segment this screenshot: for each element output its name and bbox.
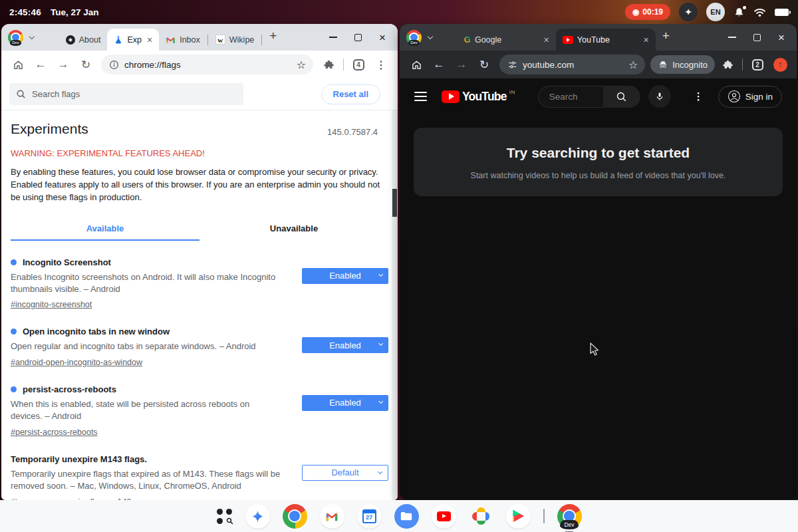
status-tray[interactable]: ◉ 00:19 ✦ EN [625,3,789,21]
tab-inbox[interactable]: Inbox [159,29,207,51]
gmail-app-icon[interactable] [320,504,344,529]
close-tab-icon[interactable]: × [147,35,152,45]
flag-row-open-incognito-tabs: Open incognito tabs in new window Open r… [11,327,388,367]
reset-all-button[interactable]: Reset all [321,84,380,104]
new-tab-button[interactable]: + [662,29,670,43]
forward-button[interactable]: → [53,55,73,74]
microphone-icon [654,91,665,102]
close-window-button[interactable]: × [778,32,785,43]
gmail-icon [325,511,338,521]
chrome-dev-app-icon[interactable]: Dev [557,504,582,529]
youtube-app-icon[interactable] [432,504,456,529]
info-icon[interactable] [109,60,119,70]
scrollbar-thumb[interactable] [392,189,397,217]
maximize-button[interactable] [753,34,761,41]
system-status-bar: 2:45:46 Tue, 27 Jan ◉ 00:19 ✦ EN [0,0,798,24]
flag-value-select[interactable]: Enabled [302,337,388,353]
search-button[interactable] [603,86,640,108]
close-tab-icon[interactable]: × [644,35,649,45]
home-button[interactable] [8,55,28,74]
gemini-app-icon[interactable] [245,504,270,529]
chrome-dev-profile-icon[interactable]: Dev [406,30,422,45]
update-chrome-icon[interactable]: ↑ [770,55,790,74]
flag-value-select[interactable]: Enabled [302,268,388,284]
enabled-dot-icon [11,329,17,334]
back-button[interactable]: ← [31,55,51,74]
voice-search-button[interactable] [648,85,671,108]
forward-button[interactable]: → [452,55,471,74]
maximize-button[interactable] [354,34,362,41]
new-tab-button[interactable]: + [269,29,277,43]
chevron-down-icon[interactable] [29,33,35,39]
tab-experiments[interactable]: Exp × [107,29,159,51]
launcher-button[interactable] [217,508,233,524]
minimize-button[interactable] [728,37,736,38]
tab-counter[interactable]: 2 [747,55,767,74]
scrollbar-track[interactable] [392,110,398,500]
search-input[interactable]: Search [538,86,603,108]
person-icon [728,90,741,103]
play-store-app-icon[interactable] [506,504,531,529]
tab-about[interactable]: About [59,29,108,51]
tab-unavailable[interactable]: Unavailable [200,218,388,241]
more-options-icon[interactable]: ⋮ [694,90,704,102]
flag-permalink[interactable]: #persist-across-reboots [11,428,98,437]
keyboard-language-badge[interactable]: EN [706,3,725,21]
bookmark-star-icon[interactable]: ☆ [624,59,642,71]
language-label: EN [710,8,720,16]
address-bar[interactable]: youtube.com ☆ [499,55,645,74]
tab-youtube[interactable]: YouTube × [556,29,656,51]
notifications-bell-icon[interactable] [733,7,745,18]
flag-name: Incognito Screenshot [23,257,111,267]
tab-counter[interactable]: 4 [348,55,368,74]
reload-button[interactable]: ↻ [76,55,96,74]
flag-name: Temporarily unexpire M143 flags. [11,454,147,464]
flag-row-incognito-screenshot: Incognito Screenshot Enables Incognito s… [11,257,388,311]
tab-available[interactable]: Available [11,218,200,241]
incognito-badge: Incognito [650,55,715,74]
search-icon [16,89,26,99]
assistant-button[interactable]: ✦ [679,3,698,21]
chrome-app-icon[interactable] [283,504,307,529]
back-button[interactable]: ← [429,55,449,74]
sign-in-button[interactable]: Sign in [718,86,782,108]
flag-value-select[interactable]: Default [302,465,388,481]
calendar-day: 27 [362,509,376,523]
extensions-icon[interactable] [319,55,338,74]
menu-more-icon[interactable]: ⋮ [371,55,391,74]
url-text[interactable]: chrome://flags [124,60,287,70]
chevron-down-icon[interactable] [428,33,433,39]
wifi-icon[interactable] [753,7,766,17]
youtube-favicon [563,36,573,44]
chevron-down-icon [378,341,384,346]
flag-permalink[interactable]: #android-open-incognito-as-window [11,358,142,367]
google-favicon: G [464,35,471,45]
reload-button[interactable]: ↻ [474,55,494,74]
search-flags-input[interactable] [9,83,243,105]
flag-description: Open regular and incognito tabs in separ… [11,340,281,352]
youtube-logo[interactable]: YouTube IN [442,90,515,103]
address-bar[interactable]: chrome://flags ☆ [101,55,313,74]
tab-wikipedia[interactable]: w Wikipe [209,29,261,51]
tab-google[interactable]: G Google × [458,29,556,51]
url-text[interactable]: youtube.com [523,60,619,70]
shelf: 27 Dev [0,500,798,532]
photos-app-icon[interactable] [469,504,493,529]
chrome-dev-profile-icon[interactable]: Dev [8,30,23,45]
bookmark-star-icon[interactable]: ☆ [293,59,310,71]
screen-recording-badge[interactable]: ◉ 00:19 [625,4,670,20]
flags-description: By enabling these features, you could lo… [11,166,383,204]
window-controls: × [728,32,790,43]
close-tab-icon[interactable]: × [544,35,549,45]
minimize-button[interactable] [329,37,337,38]
close-window-button[interactable]: × [379,32,386,43]
battery-icon[interactable] [775,9,789,16]
menu-hamburger-icon[interactable] [414,92,427,100]
flag-permalink[interactable]: #incognito-screenshot [11,300,92,309]
tune-icon[interactable] [507,60,517,70]
calendar-app-icon[interactable]: 27 [357,504,382,529]
extensions-icon[interactable] [718,55,737,74]
files-app-icon[interactable] [394,504,419,529]
home-button[interactable] [406,55,426,74]
flag-value-select[interactable]: Enabled [302,395,388,411]
